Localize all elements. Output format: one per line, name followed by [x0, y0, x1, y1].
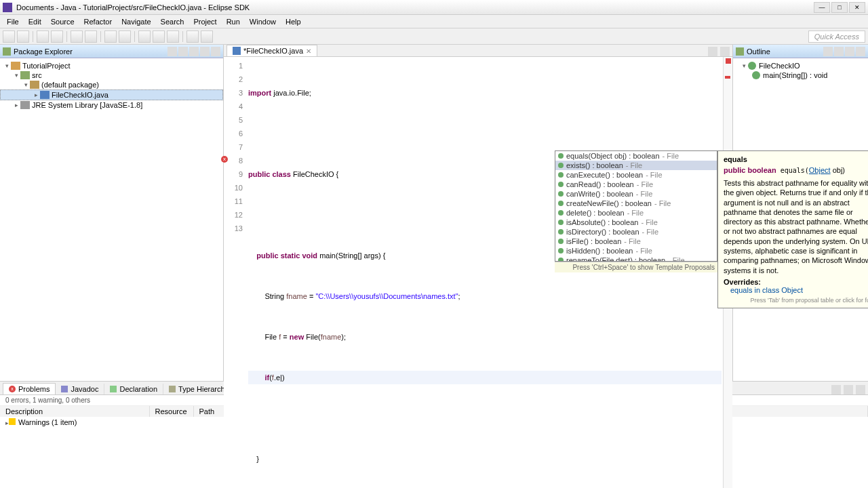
prev-annotation-button[interactable] — [167, 30, 179, 43]
tree-package[interactable]: ▾ (default package) — [0, 80, 223, 89]
close-tab-button[interactable]: ✕ — [306, 47, 311, 55]
method-icon — [558, 153, 564, 159]
autocomplete-popup: equals(Object obj) : boolean - Fileexist… — [555, 150, 868, 308]
method-icon — [558, 163, 564, 168]
project-tree: ▾ TutorialProject ▾ src ▾ (default packa… — [0, 58, 223, 113]
autocomplete-item[interactable]: equals(Object obj) : boolean - File — [555, 151, 717, 161]
tree-file[interactable]: ▸ FileCheckIO.java — [0, 89, 223, 100]
package-explorer-panel: Package Explorer ▾ TutorialProject ▾ src… — [0, 45, 224, 381]
autocomplete-item[interactable]: renameTo(File dest) : boolean - File — [555, 256, 717, 262]
project-icon — [11, 62, 20, 70]
collapse-all-button[interactable] — [178, 47, 188, 56]
tree-label: (default package) — [41, 81, 99, 89]
expand-icon[interactable]: ▸ — [32, 92, 40, 98]
new-class-button[interactable] — [85, 30, 97, 43]
minimize-view-button[interactable] — [845, 47, 854, 56]
view-menu-button[interactable] — [831, 385, 841, 394]
autocomplete-item[interactable]: isDirectory() : boolean - File — [555, 227, 717, 237]
menu-edit[interactable]: Edit — [24, 16, 45, 27]
method-icon — [752, 71, 760, 79]
maximize-view-button[interactable] — [856, 47, 865, 56]
view-menu-button[interactable] — [189, 47, 199, 56]
autocomplete-item[interactable]: isFile() : boolean - File — [555, 237, 717, 246]
tree-src[interactable]: ▾ src — [0, 70, 223, 80]
error-marker[interactable] — [725, 76, 730, 79]
expand-icon[interactable]: ▸ — [12, 102, 20, 108]
java-file-icon — [40, 91, 50, 99]
col-description[interactable]: Description — [0, 406, 149, 417]
maximize-view-button[interactable] — [211, 47, 220, 56]
autocomplete-item[interactable]: delete() : boolean - File — [555, 208, 717, 218]
autocomplete-item[interactable]: exists() : boolean - File — [555, 161, 717, 170]
titlebar: Documents - Java - TutorialProject/src/F… — [0, 0, 868, 15]
back-button[interactable] — [186, 30, 199, 43]
outline-class[interactable]: ▾ FileCheckIO — [737, 61, 864, 70]
overrides-link[interactable]: equals in class Object — [724, 286, 868, 294]
method-icon — [558, 182, 564, 187]
debug-button[interactable] — [37, 30, 49, 43]
expand-icon[interactable]: ▾ — [22, 81, 30, 88]
tab-declaration[interactable]: Declaration — [104, 384, 163, 394]
view-menu-button[interactable] — [834, 47, 844, 56]
window-title: Documents - Java - TutorialProject/src/F… — [16, 3, 814, 12]
method-icon — [558, 172, 564, 178]
minimize-editor-button[interactable] — [708, 47, 717, 56]
editor-tab[interactable]: *FileCheckIO.java ✕ — [226, 45, 317, 56]
sort-button[interactable] — [823, 47, 833, 56]
hierarchy-icon — [169, 386, 176, 392]
menu-search[interactable]: Search — [157, 16, 189, 27]
editor-panel: *FileCheckIO.java ✕ 1 2 3 4 5 6 7 8 9 10… — [224, 45, 732, 381]
minimize-view-button[interactable] — [844, 385, 853, 394]
autocomplete-item[interactable]: isHidden() : boolean - File — [555, 246, 717, 256]
menu-refactor[interactable]: Refactor — [80, 16, 117, 27]
toggle-mark-button[interactable] — [138, 30, 151, 43]
menu-project[interactable]: Project — [189, 16, 220, 27]
method-icon — [558, 220, 564, 225]
menu-window[interactable]: Window — [245, 16, 280, 27]
menu-navigate[interactable]: Navigate — [117, 16, 155, 27]
src-folder-icon — [20, 71, 30, 79]
new-package-button[interactable] — [71, 30, 83, 43]
tab-problems[interactable]: xProblems — [3, 383, 56, 394]
autocomplete-item[interactable]: isAbsolute() : boolean - File — [555, 218, 717, 227]
search-button[interactable] — [119, 30, 131, 43]
col-resource[interactable]: Resource — [149, 406, 193, 417]
autocomplete-list[interactable]: equals(Object obj) : boolean - Fileexist… — [555, 150, 717, 262]
run-button[interactable] — [51, 30, 63, 43]
menu-help[interactable]: Help — [281, 16, 305, 27]
eclipse-icon — [3, 3, 12, 12]
next-annotation-button[interactable] — [153, 30, 165, 43]
minimize-button[interactable]: — — [814, 2, 830, 13]
menu-source[interactable]: Source — [47, 16, 79, 27]
maximize-view-button[interactable] — [856, 385, 865, 394]
autocomplete-item[interactable]: canRead() : boolean - File — [555, 180, 717, 189]
tree-label: src — [32, 71, 42, 79]
maximize-editor-button[interactable] — [720, 47, 730, 56]
expand-icon[interactable]: ▾ — [3, 62, 11, 69]
error-indicator-icon — [726, 58, 731, 64]
menu-run[interactable]: Run — [222, 16, 244, 27]
tree-jre[interactable]: ▸ JRE System Library [JavaSE-1.8] — [0, 100, 223, 110]
outline-method[interactable]: main(String[]) : void — [737, 70, 864, 80]
declaration-icon — [110, 386, 117, 392]
tree-project[interactable]: ▾ TutorialProject — [0, 61, 223, 70]
autocomplete-item[interactable]: createNewFile() : boolean - File — [555, 199, 717, 208]
forward-button[interactable] — [201, 30, 213, 43]
quick-access[interactable]: Quick Access — [808, 30, 865, 43]
new-button[interactable] — [3, 30, 15, 43]
expand-icon[interactable]: ▾ — [740, 62, 748, 69]
expand-icon[interactable]: ▾ — [12, 72, 20, 79]
tab-javadoc[interactable]: Javadoc — [56, 384, 104, 394]
outline-label: main(String[]) : void — [763, 71, 827, 79]
menu-file[interactable]: File — [3, 16, 23, 27]
close-button[interactable]: ✕ — [849, 2, 865, 13]
open-type-button[interactable] — [104, 30, 117, 43]
save-button[interactable] — [17, 30, 29, 43]
maximize-button[interactable]: □ — [831, 2, 848, 13]
autocomplete-item[interactable]: canWrite() : boolean - File — [555, 189, 717, 199]
minimize-view-button[interactable] — [200, 47, 210, 56]
tree-label: JRE System Library [JavaSE-1.8] — [32, 101, 142, 109]
link-editor-button[interactable] — [167, 47, 177, 56]
autocomplete-item[interactable]: canExecute() : boolean - File — [555, 170, 717, 180]
toolbar: Quick Access — [0, 28, 868, 45]
